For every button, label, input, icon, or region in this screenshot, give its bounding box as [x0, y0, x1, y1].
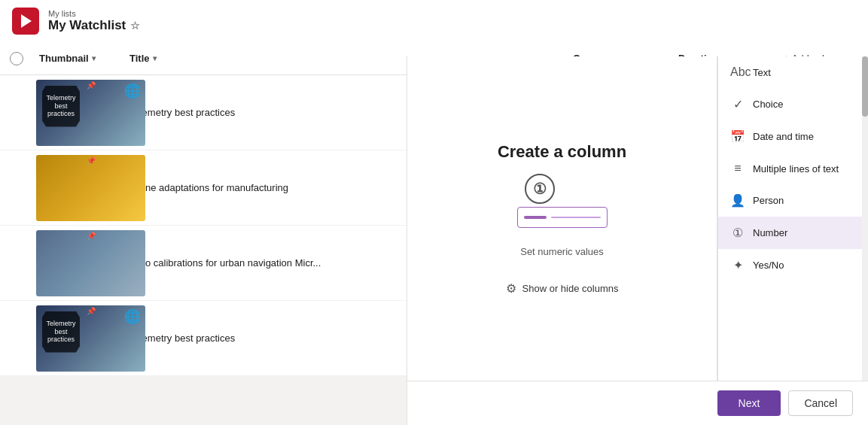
scrollbar-thumb[interactable] [862, 56, 868, 117]
thumbnail-image: Telemetry best practices 🌐 📌 [36, 305, 145, 372]
person-type-icon: 👤 [730, 193, 745, 208]
thumbnail-cell: Telemetry best practices 🌐 📌 [33, 302, 123, 375]
select-all-checkbox[interactable] [0, 52, 33, 65]
globe-icon: 🌐 [124, 308, 141, 325]
checkbox-circle [10, 52, 23, 65]
play-icon [21, 14, 32, 28]
col-type-yesno[interactable]: ✦ Yes/No [718, 249, 868, 281]
yesno-type-icon: ✦ [730, 258, 745, 272]
create-column-title: Create a column [498, 142, 626, 162]
create-column-overlay: Create a column ① Set numeric values ⚙ S… [407, 56, 868, 425]
number-illustration: ① [502, 174, 623, 234]
col-type-number[interactable]: ① Number [718, 217, 868, 249]
col-type-multiline[interactable]: ≡ Multiple lines of text [718, 153, 868, 184]
gear-icon: ⚙ [506, 281, 516, 296]
bar-line [551, 217, 601, 218]
number-type-icon: ① [730, 226, 745, 240]
next-button[interactable]: Next [717, 390, 781, 416]
chevron-down-icon: ▾ [153, 54, 157, 62]
thumbnail-cell: 📌 [33, 152, 123, 224]
pin-icon: 📌 [87, 81, 96, 90]
overlay-inner: Create a column ① Set numeric values ⚙ S… [407, 56, 868, 381]
col-type-choice[interactable]: ✓ Choice [718, 88, 868, 120]
thumbnail-image: 📌 [36, 155, 145, 221]
number-circle-icon: ① [525, 174, 555, 204]
header-text: My lists My Watchlist ☆ [48, 9, 140, 33]
cancel-button[interactable]: Cancel [788, 390, 853, 416]
thumbnail-cell: Telemetry best practices 🌐 📌 [33, 77, 123, 149]
bar-dot [524, 216, 547, 219]
text-type-icon: Abc [730, 65, 745, 79]
thumbnail-image: Telemetry best practices 🌐 📌 [36, 80, 145, 146]
pin-icon: 📌 [87, 232, 96, 240]
bottom-actions: Next Cancel [407, 381, 868, 425]
col-type-datetime[interactable]: 📅 Date and time [718, 120, 868, 153]
app-logo [12, 8, 39, 35]
multiline-type-icon: ≡ [730, 162, 745, 175]
show-hide-row[interactable]: ⚙ Show or hide columns [506, 281, 619, 296]
app-header: My lists My Watchlist ☆ [0, 0, 868, 42]
number-bar [517, 207, 608, 228]
pin-icon: 📌 [87, 156, 96, 165]
thumbnail-image: 📌 [36, 230, 145, 296]
action-buttons: Next Cancel [717, 390, 853, 416]
star-icon[interactable]: ☆ [130, 20, 140, 32]
pin-icon: 📌 [87, 307, 96, 315]
col-type-text[interactable]: Abc Text [718, 56, 868, 88]
column-type-panel: Abc Text ✓ Choice 📅 Date and time ≡ Mult… [717, 56, 868, 381]
thumbnail-badge: Telemetry best practices [42, 86, 80, 127]
scrollbar-track [862, 56, 868, 381]
chevron-down-icon: ▾ [92, 54, 96, 62]
set-numeric-label: Set numeric values [520, 246, 604, 257]
my-lists-label: My lists [48, 9, 140, 18]
globe-icon: 🌐 [124, 83, 141, 99]
th-thumbnail[interactable]: Thumbnail ▾ [33, 42, 123, 74]
choice-type-icon: ✓ [730, 97, 745, 111]
watchlist-title: My Watchlist ☆ [48, 18, 140, 33]
thumbnail-badge: Telemetry best practices [42, 311, 80, 353]
thumbnail-cell: 📌 [33, 227, 123, 299]
create-column-section: Create a column ① Set numeric values ⚙ S… [407, 56, 717, 381]
datetime-type-icon: 📅 [730, 129, 745, 144]
watchlist-title-text: My Watchlist [48, 18, 126, 33]
col-type-person[interactable]: 👤 Person [718, 184, 868, 217]
